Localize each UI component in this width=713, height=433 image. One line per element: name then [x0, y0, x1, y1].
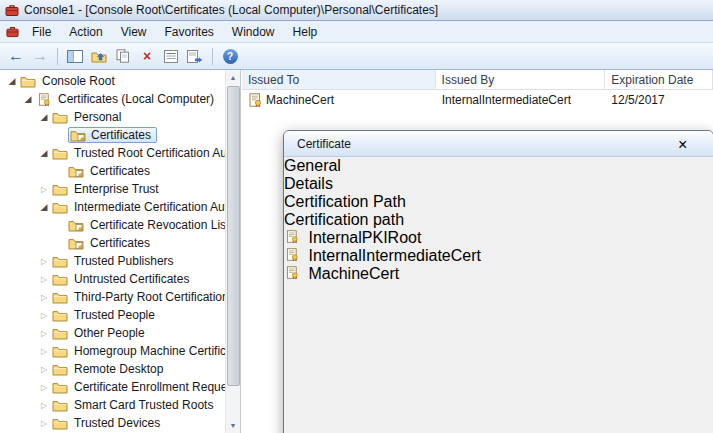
- tree-rows: ◢ Console Root ◢ Certificates (Local Com…: [0, 70, 240, 432]
- window-titlebar[interactable]: Console1 - [Console Root\Certificates (L…: [0, 0, 713, 21]
- tree-item-label: Trusted Root Certification Authorities: [72, 146, 241, 160]
- column-header-issued-by[interactable]: Issued By: [436, 70, 606, 89]
- folder-icon: [52, 291, 68, 304]
- menu-item-action[interactable]: Action: [60, 22, 111, 42]
- tree-item-certificate-enrollment-requests[interactable]: ▷ Certificate Enrollment Requests: [0, 378, 240, 396]
- path-item-internalintermediatecert[interactable]: InternalIntermediateCert: [284, 247, 713, 265]
- show-hide-console-tree-button[interactable]: [64, 45, 86, 67]
- tree-item-trusted-people[interactable]: ▷ Trusted People: [0, 306, 240, 324]
- tab-general[interactable]: General: [284, 157, 713, 175]
- tree-item-console-root[interactable]: ◢ Console Root: [0, 72, 240, 90]
- panes-icon: [67, 50, 83, 63]
- tab-details[interactable]: Details: [284, 175, 713, 193]
- console-tree-pane: ◢ Console Root ◢ Certificates (Local Com…: [0, 70, 241, 433]
- window-title: Console1 - [Console Root\Certificates (L…: [24, 3, 438, 17]
- expander-icon[interactable]: ◢: [4, 76, 20, 86]
- expander-icon[interactable]: ▷: [36, 329, 52, 338]
- folder-icon: [52, 111, 68, 124]
- export-list-button[interactable]: [184, 45, 206, 67]
- scroll-down-button[interactable]: ▼: [226, 418, 240, 433]
- tree-item-label: Certificate Revocation List: [88, 218, 231, 232]
- copy-button[interactable]: [112, 45, 134, 67]
- tree-item-certificates[interactable]: Certificates: [0, 234, 240, 252]
- path-item-machinecert[interactable]: MachineCert: [284, 265, 713, 283]
- tree-item-enterprise-trust[interactable]: ▷ Enterprise Trust: [0, 180, 240, 198]
- tab-certification-path[interactable]: Certification Path: [284, 193, 713, 211]
- menu-item-favorites[interactable]: Favorites: [156, 22, 223, 42]
- cell-issued-to: MachineCert: [242, 93, 436, 107]
- expander-icon[interactable]: ◢: [36, 148, 52, 158]
- tree-item-personal-certificates[interactable]: Certificates: [0, 126, 240, 144]
- tree-item-homegroup-machine-certificates[interactable]: ▷ Homegroup Machine Certificates: [0, 342, 240, 360]
- expander-icon[interactable]: ▷: [36, 383, 52, 392]
- list-header: Issued To Issued By Expiration Date: [242, 70, 713, 90]
- toolbar: ← → × ?: [0, 43, 713, 70]
- expander-icon[interactable]: ▷: [36, 401, 52, 410]
- tree-item-certificate-revocation-list[interactable]: Certificate Revocation List: [0, 216, 240, 234]
- expander-icon[interactable]: ▷: [36, 257, 52, 266]
- column-header-issued-to[interactable]: Issued To: [242, 70, 436, 89]
- tree-item-trusted-publishers[interactable]: ▷ Trusted Publishers: [0, 252, 240, 270]
- column-header-expiration-date[interactable]: Expiration Date: [605, 70, 713, 89]
- delete-x-icon: ×: [143, 49, 151, 63]
- tree-item-remote-desktop[interactable]: ▷ Remote Desktop: [0, 360, 240, 378]
- folder-icon: [52, 399, 68, 412]
- path-item-label: InternalPKIRoot: [308, 229, 421, 246]
- folder-icon: [52, 345, 68, 358]
- tree-item-label: Certificates: [88, 164, 152, 178]
- forward-arrow-icon: →: [32, 48, 48, 64]
- scroll-up-button[interactable]: ▲: [226, 70, 240, 85]
- expander-icon[interactable]: ▷: [36, 311, 52, 320]
- help-button[interactable]: ?: [219, 45, 241, 67]
- toolbar-separator: [212, 48, 213, 65]
- delete-button[interactable]: ×: [136, 45, 158, 67]
- certificate-icon: [284, 266, 300, 279]
- tree-item-label: Third-Party Root Certification Authoriti…: [72, 290, 241, 304]
- expander-icon[interactable]: ◢: [20, 94, 36, 104]
- properties-button[interactable]: [160, 45, 182, 67]
- folder-icon: [52, 309, 68, 322]
- tree-scrollbar[interactable]: ▲ ▼: [225, 70, 240, 433]
- expander-icon[interactable]: ◢: [36, 202, 52, 212]
- tree-item-personal[interactable]: ◢ Personal: [0, 108, 240, 126]
- console-child-icon[interactable]: [6, 25, 19, 38]
- dialog-titlebar[interactable]: Certificate: [284, 131, 713, 157]
- tree-item-certificates-local-computer[interactable]: ◢ Certificates (Local Computer): [0, 90, 240, 108]
- certificate-icon: [284, 230, 300, 243]
- tree-item-label: Personal: [72, 110, 123, 124]
- tree-item-untrusted-certificates[interactable]: ▷ Untrusted Certificates: [0, 270, 240, 288]
- tree-item-third-party-root-certification-authorities[interactable]: ▷ Third-Party Root Certification Authori…: [0, 288, 240, 306]
- expander-icon[interactable]: ▷: [36, 293, 52, 302]
- toolbar-separator: [57, 48, 58, 65]
- expander-icon[interactable]: ▷: [36, 365, 52, 374]
- expander-icon[interactable]: ◢: [36, 112, 52, 122]
- tree-item-trusted-root-certification-authorities[interactable]: ◢ Trusted Root Certification Authorities: [0, 144, 240, 162]
- up-one-level-button[interactable]: [88, 45, 110, 67]
- forward-button[interactable]: →: [29, 45, 51, 67]
- tree-item-other-people[interactable]: ▷ Other People: [0, 324, 240, 342]
- selected-tree-item-box[interactable]: Certificates: [68, 127, 157, 143]
- expander-icon[interactable]: ▷: [36, 275, 52, 284]
- scroll-thumb[interactable]: [227, 86, 240, 386]
- menu-item-file[interactable]: File: [23, 22, 60, 42]
- expander-icon[interactable]: ▷: [36, 419, 52, 428]
- tree-item-smart-card-trusted-roots[interactable]: ▷ Smart Card Trusted Roots: [0, 396, 240, 414]
- menu-item-window[interactable]: Window: [223, 22, 284, 42]
- tree-item-intermediate-certification-authorities[interactable]: ◢ Intermediate Certification Authorities: [0, 198, 240, 216]
- certificate-list-row[interactable]: MachineCert InternalIntermediateCert 12/…: [242, 90, 713, 109]
- close-x-icon: ×: [678, 136, 687, 153]
- certification-path-groupbox: InternalPKIRoot InternalIntermediateCert…: [284, 229, 713, 283]
- tree-item-label: Trusted Devices: [72, 416, 162, 430]
- menu-item-help[interactable]: Help: [284, 22, 327, 42]
- expander-icon[interactable]: ▷: [36, 347, 52, 356]
- tree-item-certificates[interactable]: Certificates: [0, 162, 240, 180]
- menu-item-view[interactable]: View: [112, 22, 156, 42]
- expander-icon[interactable]: ▷: [36, 185, 52, 194]
- dialog-close-button[interactable]: ×: [678, 136, 705, 153]
- path-item-internalpkiroot[interactable]: InternalPKIRoot: [284, 229, 713, 247]
- tree-item-label: Certificates (Local Computer): [56, 92, 216, 106]
- back-button[interactable]: ←: [5, 45, 27, 67]
- folder-icon: [52, 327, 68, 340]
- tree-item-trusted-devices[interactable]: ▷ Trusted Devices: [0, 414, 240, 432]
- properties-list-icon: [164, 50, 178, 63]
